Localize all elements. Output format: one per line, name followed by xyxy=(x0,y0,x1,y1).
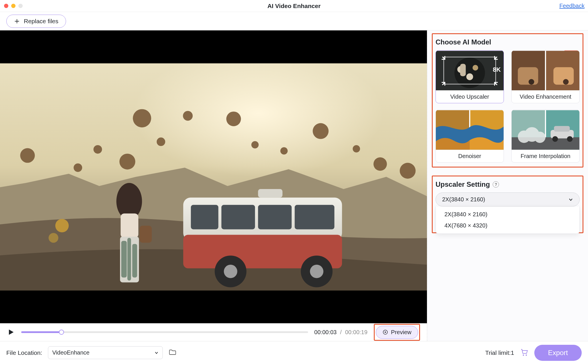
svg-point-4 xyxy=(20,148,35,163)
model-thumb-upscaler: 8K xyxy=(436,50,504,91)
model-thumb-denoiser xyxy=(436,110,504,150)
model-label: Frame Interpolation xyxy=(512,150,579,162)
progress-handle[interactable] xyxy=(59,330,64,335)
export-button-label: Export xyxy=(548,349,568,357)
model-thumb-enhancement xyxy=(512,50,579,91)
svg-rect-62 xyxy=(554,126,570,132)
chevron-down-icon xyxy=(568,197,573,202)
svg-point-6 xyxy=(94,145,102,154)
model-label: Video Upscaler xyxy=(436,91,504,103)
svg-point-28 xyxy=(224,265,237,278)
svg-rect-26 xyxy=(258,189,283,198)
model-label: Denoiser xyxy=(436,150,504,162)
svg-point-19 xyxy=(49,233,58,243)
replace-files-button[interactable]: Replace files xyxy=(6,15,66,28)
svg-point-30 xyxy=(310,265,324,278)
svg-rect-0 xyxy=(0,30,427,63)
svg-point-10 xyxy=(183,111,193,121)
model-denoiser[interactable]: Denoiser xyxy=(436,110,504,163)
svg-point-64 xyxy=(567,136,573,142)
trial-limit: Trial limit:1 xyxy=(485,349,514,356)
file-location-value: VideoEnhance xyxy=(52,349,90,356)
play-icon xyxy=(7,328,15,336)
help-icon[interactable]: ? xyxy=(493,181,499,188)
upscaler-select-head[interactable]: 2X(3840 × 2160) xyxy=(436,192,580,207)
preview-column: 00:00:03 / 00:00:19 Preview xyxy=(0,30,427,341)
total-duration: 00:00:19 xyxy=(345,329,368,336)
svg-rect-44 xyxy=(460,64,466,76)
titlebar: AI Video Enhancer Feedback xyxy=(0,0,588,12)
svg-point-5 xyxy=(74,163,82,172)
progress-bar[interactable] xyxy=(21,331,308,333)
svg-point-68 xyxy=(523,354,524,355)
file-location-select[interactable]: VideoEnhance xyxy=(48,346,163,359)
svg-point-11 xyxy=(226,112,241,126)
svg-point-53 xyxy=(563,79,569,85)
plus-icon xyxy=(14,18,20,24)
window-controls xyxy=(4,4,23,8)
svg-point-42 xyxy=(473,65,478,71)
svg-point-43 xyxy=(466,73,473,80)
svg-rect-49 xyxy=(545,51,546,90)
annotation-preview-highlight: Preview xyxy=(374,324,420,341)
model-grid: 8K Video Upscaler New xyxy=(436,50,580,163)
replace-files-label: Replace files xyxy=(24,18,58,25)
workspace: 00:00:03 / 00:00:19 Preview Choose AI Mo… xyxy=(0,30,588,341)
svg-rect-50 xyxy=(518,67,538,85)
svg-rect-36 xyxy=(132,244,137,277)
svg-point-52 xyxy=(529,79,534,85)
svg-text:8K: 8K xyxy=(493,66,501,73)
annotation-model-highlight: Choose AI Model xyxy=(432,33,583,168)
zoom-window-button[interactable] xyxy=(18,4,23,8)
time-separator: / xyxy=(340,329,342,336)
model-video-upscaler[interactable]: 8K Video Upscaler xyxy=(436,50,504,103)
upscaler-option-4x[interactable]: 4X(7680 × 4320) xyxy=(436,220,579,231)
model-frame-interpolation[interactable]: Frame Interpolation xyxy=(511,110,580,163)
top-toolbar: Replace files xyxy=(0,12,588,30)
svg-point-9 xyxy=(157,137,165,146)
svg-point-40 xyxy=(454,58,485,88)
folder-icon xyxy=(169,349,177,356)
minimize-window-button[interactable] xyxy=(11,4,16,8)
transport-bar: 00:00:03 / 00:00:19 Preview xyxy=(0,323,427,341)
svg-rect-1 xyxy=(0,290,427,323)
svg-point-16 xyxy=(374,157,387,171)
chevron-down-icon xyxy=(154,351,158,355)
video-still xyxy=(0,30,427,323)
svg-point-18 xyxy=(55,219,69,232)
annotation-upscaler-highlight: Upscaler Setting ? 2X(3840 × 2160) 2X(38… xyxy=(432,176,583,233)
play-button[interactable] xyxy=(7,328,15,336)
svg-point-17 xyxy=(400,163,415,179)
upscaler-select: 2X(3840 × 2160) 2X(3840 × 2160) 4X(7680 … xyxy=(436,192,580,207)
current-time: 00:00:03 xyxy=(314,329,337,336)
svg-rect-25 xyxy=(295,205,334,229)
model-video-enhancement[interactable]: New Video Enhancement xyxy=(511,50,580,103)
progress-fill xyxy=(21,331,61,333)
svg-rect-35 xyxy=(127,238,131,281)
open-folder-button[interactable] xyxy=(169,349,177,357)
model-label: Video Enhancement xyxy=(512,91,579,103)
svg-point-13 xyxy=(280,147,288,155)
cart-button[interactable] xyxy=(520,348,529,357)
svg-point-67 xyxy=(534,132,546,143)
footer: File Location: VideoEnhance Trial limit:… xyxy=(0,341,588,364)
export-button[interactable]: Export xyxy=(534,345,582,361)
preview-button[interactable]: Preview xyxy=(376,326,418,339)
close-window-button[interactable] xyxy=(4,4,8,8)
svg-rect-34 xyxy=(121,241,127,278)
choose-model-title: Choose AI Model xyxy=(436,38,580,46)
svg-rect-37 xyxy=(140,226,152,243)
settings-panel: Choose AI Model xyxy=(427,30,588,341)
svg-rect-23 xyxy=(221,205,255,229)
svg-rect-22 xyxy=(191,205,218,229)
svg-point-7 xyxy=(119,154,135,170)
upscaler-setting-title-row: Upscaler Setting ? xyxy=(436,180,580,188)
upscaler-option-2x[interactable]: 2X(3840 × 2160) xyxy=(436,209,579,220)
svg-point-8 xyxy=(133,109,151,127)
feedback-link[interactable]: Feedback xyxy=(559,3,585,9)
svg-rect-24 xyxy=(258,205,292,229)
file-location-label: File Location: xyxy=(6,349,42,356)
model-thumb-interpolation xyxy=(512,110,579,150)
cart-icon xyxy=(520,348,529,356)
svg-point-14 xyxy=(313,123,328,139)
